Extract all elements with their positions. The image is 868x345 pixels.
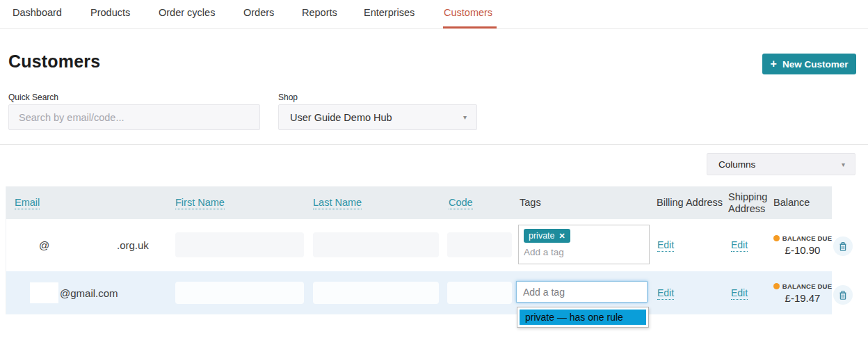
nav-order-cycles[interactable]: Order cycles <box>159 7 215 18</box>
billing-address-edit-link[interactable]: Edit <box>657 239 674 252</box>
tag-pill: private ✕ <box>524 229 570 243</box>
last-name-field[interactable] <box>313 232 439 257</box>
first-name-field[interactable] <box>175 232 304 257</box>
redacted-email <box>30 282 58 303</box>
header-tags: Tags <box>520 197 541 208</box>
last-name-field[interactable] <box>313 282 439 304</box>
columns-select[interactable]: Columns ▾ <box>707 153 855 175</box>
customer-email-domain: .org.uk <box>117 239 149 251</box>
balance-amount: £-10.90 <box>770 244 835 256</box>
billing-address-edit-link[interactable]: Edit <box>657 287 674 300</box>
chevron-down-icon: ▾ <box>463 113 467 121</box>
header-shipping-address: Shipping Address <box>728 191 773 214</box>
nav-reports[interactable]: Reports <box>302 7 337 18</box>
remove-tag-icon[interactable]: ✕ <box>559 232 565 240</box>
nav-enterprises[interactable]: Enterprises <box>364 7 415 18</box>
customers-table: Email First Name Last Name Code Tags Bil… <box>6 186 832 314</box>
nav-dashboard[interactable]: Dashboard <box>13 7 62 18</box>
tag-suggestions-dropdown: private — has one rule <box>517 307 649 328</box>
first-name-field[interactable] <box>175 282 304 304</box>
nav-products[interactable]: Products <box>90 7 130 18</box>
balance-cell: BALANCE DUE £-19.47 <box>770 282 835 304</box>
delete-customer-button[interactable] <box>833 285 853 305</box>
balance-status: BALANCE DUE <box>782 282 832 290</box>
quick-search-input[interactable] <box>8 104 260 130</box>
header-billing-address: Billing Address <box>657 197 723 208</box>
nav-customers[interactable]: Customers <box>444 7 492 18</box>
table-row: @gmail.com Edit Edit BALANCE DUE £-19.47 <box>6 271 832 314</box>
shop-select[interactable]: User Guide Demo Hub ▾ <box>278 104 477 130</box>
balance-amount: £-19.47 <box>770 292 835 304</box>
header-first-name[interactable]: First Name <box>175 197 225 209</box>
tag-suggestion-item[interactable]: private — has one rule <box>520 310 646 325</box>
header-last-name[interactable]: Last Name <box>313 197 362 209</box>
table-header-row: Email First Name Last Name Code Tags Bil… <box>6 186 832 219</box>
tag-label: private <box>529 231 555 241</box>
balance-status: BALANCE DUE <box>782 234 832 242</box>
shop-select-value: User Guide Demo Hub <box>279 112 392 123</box>
header-email[interactable]: Email <box>15 197 40 209</box>
nav-orders[interactable]: Orders <box>243 7 274 18</box>
balance-due-dot <box>773 235 780 241</box>
shop-label: Shop <box>278 93 298 102</box>
code-field[interactable] <box>447 282 512 304</box>
tags-editor[interactable]: private ✕ <box>518 225 650 264</box>
trash-icon <box>838 241 848 252</box>
shipping-address-edit-link[interactable]: Edit <box>731 287 748 300</box>
header-balance: Balance <box>773 197 810 208</box>
shipping-address-edit-link[interactable]: Edit <box>731 239 748 252</box>
table-row: @ .org.uk private ✕ Edit Edit BALANCE DU… <box>6 219 832 271</box>
header-code[interactable]: Code <box>449 197 473 209</box>
customer-email-domain: @gmail.com <box>60 287 118 299</box>
customer-email-at: @ <box>39 239 49 251</box>
customers-admin-page: Dashboard Products Order cycles Orders R… <box>0 0 868 345</box>
main-nav: Dashboard Products Order cycles Orders R… <box>0 0 868 29</box>
new-customer-button[interactable]: + New Customer <box>762 54 856 74</box>
plus-icon: + <box>771 58 777 70</box>
new-customer-label: New Customer <box>782 59 849 70</box>
delete-customer-button[interactable] <box>833 236 853 256</box>
code-field[interactable] <box>447 232 512 257</box>
section-divider <box>0 144 868 145</box>
page-title: Customers <box>8 51 100 72</box>
trash-icon <box>838 290 848 300</box>
balance-cell: BALANCE DUE £-10.90 <box>770 234 835 256</box>
add-tag-input[interactable] <box>524 247 635 257</box>
chevron-down-icon: ▾ <box>842 161 845 168</box>
add-tag-input[interactable] <box>516 281 648 303</box>
columns-select-value: Columns <box>707 159 755 170</box>
active-tab-underline <box>443 26 497 29</box>
balance-due-dot <box>773 283 780 289</box>
quick-search-label: Quick Search <box>8 93 58 102</box>
